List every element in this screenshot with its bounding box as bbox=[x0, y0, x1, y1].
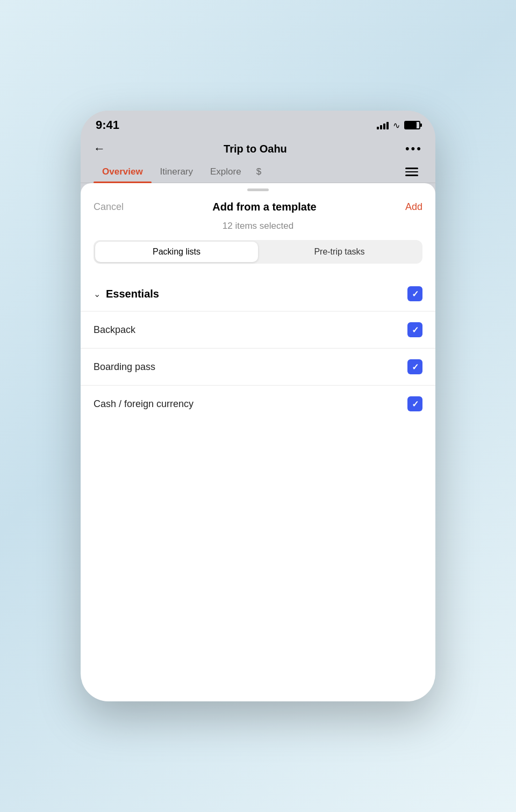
segment-control: Packing lists Pre-trip tasks bbox=[94, 240, 422, 264]
status-time: 9:41 bbox=[96, 118, 119, 132]
tab-itinerary[interactable]: Itinerary bbox=[152, 161, 202, 183]
wifi-icon: ∿ bbox=[393, 120, 400, 130]
list-item-label: Boarding pass bbox=[94, 361, 155, 373]
sheet-title: Add from a template bbox=[212, 201, 316, 213]
item-checkbox-boarding-pass[interactable]: ✓ bbox=[407, 359, 422, 374]
list-item: Boarding pass ✓ bbox=[81, 348, 435, 385]
list-item: Backpack ✓ bbox=[81, 311, 435, 348]
phone-shell: 9:41 ∿ ← Trip to Oahu ••• Overview Itine… bbox=[81, 111, 435, 701]
section-checkbox[interactable]: ✓ bbox=[407, 286, 422, 301]
items-selected-count: 12 items selected bbox=[81, 221, 435, 240]
sheet-header: Cancel Add from a template Add bbox=[81, 191, 435, 221]
list-item-label: Cash / foreign currency bbox=[94, 398, 194, 410]
item-checkbox-backpack[interactable]: ✓ bbox=[407, 322, 422, 337]
section-header-essentials: ⌄ Essentials ✓ bbox=[81, 277, 435, 311]
page-title: Trip to Oahu bbox=[224, 143, 287, 155]
segment-pretrip-tasks[interactable]: Pre-trip tasks bbox=[258, 242, 421, 262]
status-icons: ∿ bbox=[377, 120, 420, 130]
section-title: Essentials bbox=[106, 288, 407, 300]
chevron-down-icon[interactable]: ⌄ bbox=[94, 289, 101, 299]
list-item: Cash / foreign currency ✓ bbox=[81, 385, 435, 422]
item-checkbox-cash[interactable]: ✓ bbox=[407, 396, 422, 411]
tab-menu-button[interactable] bbox=[401, 163, 422, 180]
list-item-label: Backpack bbox=[94, 324, 135, 336]
add-button[interactable]: Add bbox=[405, 201, 422, 213]
bottom-sheet: Cancel Add from a template Add 12 items … bbox=[81, 183, 435, 701]
tab-explore[interactable]: Explore bbox=[202, 161, 250, 183]
app-header: ← Trip to Oahu ••• bbox=[81, 136, 435, 161]
battery-icon bbox=[404, 121, 420, 129]
segment-packing-lists[interactable]: Packing lists bbox=[95, 242, 258, 262]
tab-dollar[interactable]: $ bbox=[250, 161, 268, 183]
back-button[interactable]: ← bbox=[94, 142, 105, 156]
list-section: ⌄ Essentials ✓ Backpack ✓ Boarding pass … bbox=[81, 277, 435, 701]
cancel-button[interactable]: Cancel bbox=[94, 201, 124, 213]
tab-bar: Overview Itinerary Explore $ bbox=[81, 161, 435, 183]
tab-overview[interactable]: Overview bbox=[94, 161, 152, 183]
status-bar: 9:41 ∿ bbox=[81, 111, 435, 136]
more-button[interactable]: ••• bbox=[405, 142, 422, 156]
signal-icon bbox=[377, 121, 389, 129]
